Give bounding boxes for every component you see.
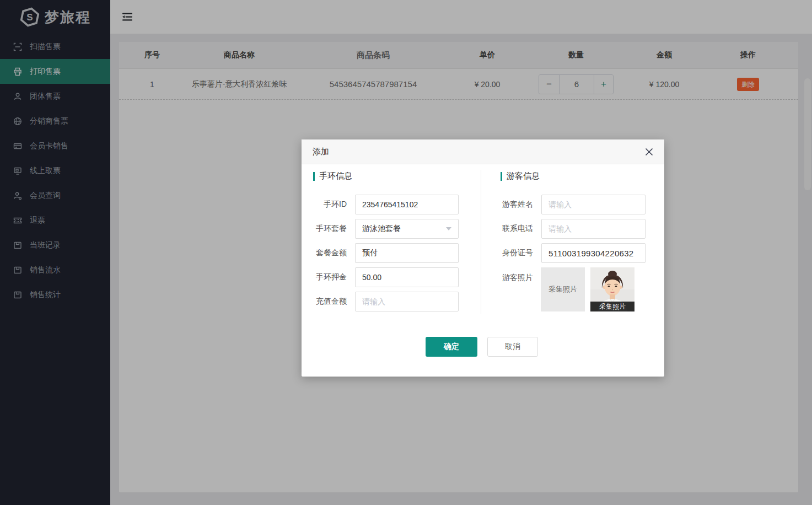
- id-number-row: 身份证号: [488, 243, 646, 263]
- wristband-package-row: 手环套餐 游泳池套餐: [302, 219, 459, 239]
- dialog-title: 添加: [313, 147, 329, 157]
- dialog-header: 添加: [302, 139, 664, 164]
- recharge-amount-input[interactable]: [355, 292, 459, 311]
- package-amount-input[interactable]: [355, 243, 459, 263]
- capture-photo-button[interactable]: 采集照片: [541, 267, 585, 311]
- wristband-section-label: 手环信息: [319, 171, 352, 181]
- add-dialog: 添加 手环信息 游客信息 手环ID 手环套餐 游泳池套餐: [302, 139, 664, 377]
- confirm-button[interactable]: 确定: [426, 337, 477, 357]
- recharge-amount-row: 充值金额: [302, 292, 459, 311]
- wristband-package-label: 手环套餐: [302, 224, 347, 234]
- cancel-button[interactable]: 取消: [487, 337, 538, 357]
- wristband-id-input[interactable]: [355, 195, 459, 214]
- visitor-section-label: 游客信息: [507, 171, 540, 181]
- close-icon: [645, 148, 653, 156]
- recharge-amount-label: 充值金额: [302, 297, 347, 307]
- contact-phone-label: 联系电话: [488, 224, 533, 234]
- wristband-section-title: 手环信息: [313, 171, 352, 181]
- section-accent-bar: [501, 172, 502, 181]
- section-divider: [481, 170, 481, 314]
- visitor-photo-label: 游客照片: [488, 273, 533, 283]
- wristband-id-row: 手环ID: [302, 195, 459, 214]
- wristband-deposit-label: 手环押金: [302, 272, 347, 282]
- contact-phone-row: 联系电话: [488, 219, 646, 239]
- package-amount-label: 套餐金额: [302, 248, 347, 258]
- wristband-package-select[interactable]: 游泳池套餐: [355, 219, 459, 239]
- id-number-input[interactable]: [541, 243, 646, 263]
- visitor-name-row: 游客姓名: [488, 195, 646, 214]
- id-number-label: 身份证号: [488, 248, 533, 258]
- close-dialog-button[interactable]: [645, 148, 653, 156]
- wristband-package-value: 游泳池套餐: [362, 224, 401, 234]
- section-accent-bar: [313, 172, 315, 181]
- photo-caption: 采集照片: [590, 302, 634, 311]
- wristband-deposit-row: 手环押金: [302, 267, 459, 287]
- wristband-deposit-input[interactable]: [355, 267, 459, 287]
- visitor-section-title: 游客信息: [501, 171, 540, 181]
- package-amount-row: 套餐金额: [302, 243, 459, 263]
- wristband-id-label: 手环ID: [302, 200, 347, 209]
- visitor-name-input[interactable]: [541, 195, 646, 214]
- contact-phone-input[interactable]: [541, 219, 646, 239]
- dialog-body: 手环信息 游客信息 手环ID 手环套餐 游泳池套餐 套餐金额 手环押金: [302, 164, 664, 377]
- chevron-down-icon: [446, 227, 451, 230]
- visitor-name-label: 游客姓名: [488, 200, 533, 209]
- visitor-photo[interactable]: 采集照片: [590, 267, 634, 311]
